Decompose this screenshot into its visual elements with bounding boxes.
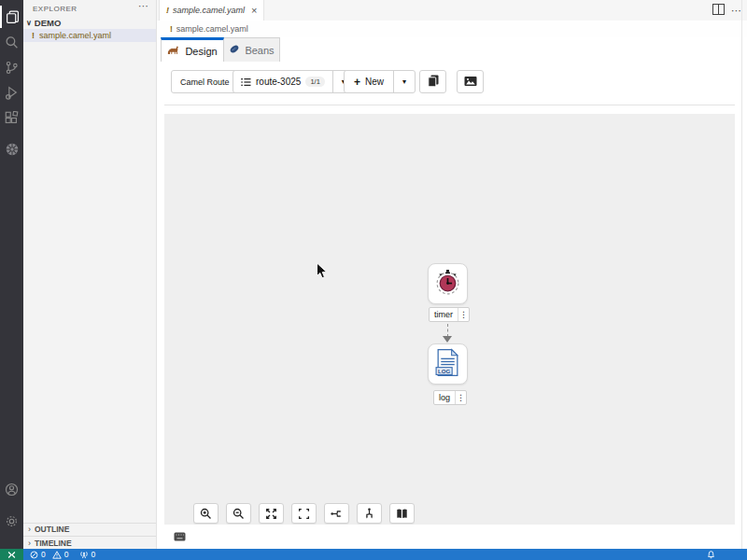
settings-gear-icon[interactable] (0, 510, 23, 532)
run-debug-icon[interactable] (0, 81, 23, 104)
plus-icon: + (354, 76, 360, 89)
copy-icon (428, 74, 439, 91)
problem-badge: ! (32, 31, 35, 40)
bean-icon (229, 44, 240, 56)
tab-beans-label: Beans (245, 45, 274, 56)
zoom-in-button[interactable] (193, 503, 218, 524)
extensions-icon[interactable] (0, 106, 23, 129)
copy-flow-button[interactable] (419, 70, 446, 93)
status-bar: 0 0 0 (0, 549, 747, 560)
file-name: sample.camel.yaml (39, 31, 111, 40)
errors-icon (30, 551, 38, 559)
kaoto-tab-strip: Design Beans (157, 37, 747, 62)
problem-badge: ! (170, 24, 173, 34)
timer-label-text: timer (430, 310, 458, 319)
reset-view-button[interactable] (291, 503, 317, 524)
horizontal-layout-button[interactable] (324, 503, 349, 524)
search-icon[interactable] (0, 31, 23, 53)
more-actions-icon[interactable]: ⋯ (731, 6, 741, 16)
node-log[interactable]: LOG (428, 343, 468, 385)
log-label-text: log (434, 393, 455, 402)
timer-kebab-menu-icon[interactable]: ⋮ (458, 310, 469, 319)
ports-status-item[interactable]: 0 (79, 550, 95, 559)
sidebar-header: EXPLORER ⋯ (23, 0, 156, 17)
new-button-caret[interactable]: ▾ (394, 71, 415, 92)
close-icon[interactable]: × (251, 6, 257, 16)
outline-section-header[interactable]: › OUTLINE (23, 523, 156, 535)
zoom-out-button[interactable] (226, 503, 251, 524)
route-selector[interactable]: route-3025 1/1 ▾ (233, 70, 355, 93)
log-kebab-menu-icon[interactable]: ⋮ (456, 393, 466, 402)
log-icon-text: LOG (438, 367, 451, 373)
breadcrumb[interactable]: ! sample.camel.yaml (157, 21, 747, 37)
kaoto-flow-canvas[interactable]: timer ⋮ LOG log ⋮ (164, 114, 735, 525)
camel-icon (167, 45, 180, 57)
node-timer[interactable] (428, 263, 468, 304)
folder-row-demo[interactable]: ∨ DEMO (23, 17, 156, 29)
tab-design[interactable]: Design (161, 37, 224, 62)
account-icon[interactable] (0, 478, 23, 500)
file-row-sample-camel-yaml[interactable]: ! sample.camel.yaml (23, 29, 156, 42)
dsl-type-label: Camel Route (180, 77, 230, 87)
vscode-window: EXPLORER ⋯ ∨ DEMO ! sample.camel.yaml › … (0, 0, 747, 560)
divider (164, 105, 735, 105)
folder-name: DEMO (35, 18, 62, 28)
warning-count: 0 (64, 550, 69, 559)
tab-beans[interactable]: Beans (224, 37, 280, 62)
breadcrumb-file-name: sample.camel.yaml (176, 24, 248, 34)
node-timer-label[interactable]: timer ⋮ (429, 307, 470, 322)
source-control-icon[interactable] (0, 56, 23, 78)
log-document-icon: LOG (435, 348, 460, 381)
split-editor-icon[interactable] (712, 4, 725, 17)
sidebar-more-icon[interactable]: ⋯ (138, 0, 148, 12)
tab-design-label: Design (185, 46, 217, 57)
image-icon (464, 74, 477, 91)
vertical-layout-button[interactable] (357, 503, 382, 524)
divider (741, 0, 742, 549)
dsl-type-button[interactable]: Camel Route (171, 70, 239, 93)
notifications-bell-icon[interactable] (707, 549, 715, 560)
node-log-label[interactable]: log ⋮ (433, 390, 467, 405)
problems-status-item[interactable]: 0 0 (30, 550, 68, 559)
edge-timer-to-log (447, 324, 448, 337)
problem-badge: ! (166, 6, 169, 15)
radio-tower-icon (79, 550, 89, 559)
remote-indicator[interactable] (0, 549, 23, 560)
route-name: route-3025 (256, 77, 301, 87)
export-image-button[interactable] (457, 70, 484, 93)
new-route-split-button[interactable]: + New ▾ (344, 70, 416, 93)
remote-icon (7, 551, 16, 559)
keyboard-badge-icon[interactable] (174, 528, 186, 545)
timeline-section-header[interactable]: › TIMELINE (23, 536, 156, 549)
timeline-label: TIMELINE (35, 539, 72, 548)
new-route-button[interactable]: + New (345, 71, 393, 92)
tab-sample-camel-yaml[interactable]: ! sample.camel.yaml × (159, 0, 264, 21)
activity-bar (0, 0, 23, 549)
tab-file-name: sample.camel.yaml (173, 6, 245, 15)
chevron-right-icon: › (28, 525, 31, 534)
editor-actions: ⋯ (712, 0, 741, 21)
route-selector-main[interactable]: route-3025 1/1 (233, 71, 332, 92)
editor-tab-bar: ! sample.camel.yaml × ⋯ (157, 0, 747, 21)
edge-arrowhead (443, 336, 452, 343)
chevron-right-icon: › (28, 539, 31, 548)
warnings-icon (52, 551, 62, 559)
sidebar-title: EXPLORER (33, 5, 78, 13)
ports-count: 0 (91, 550, 95, 559)
new-button-label: New (365, 77, 384, 87)
explorer-sidebar: EXPLORER ⋯ ∨ DEMO ! sample.camel.yaml › … (23, 0, 157, 549)
outline-label: OUTLINE (35, 525, 69, 534)
caret-down-icon: ▾ (402, 77, 406, 86)
route-count-badge: 1/1 (305, 77, 324, 87)
route-list-icon (241, 74, 251, 91)
error-count: 0 (41, 550, 46, 559)
fit-to-screen-button[interactable] (259, 503, 284, 524)
chevron-down-icon: ∨ (26, 19, 32, 27)
explorer-icon[interactable] (0, 6, 23, 28)
kubernetes-icon[interactable] (0, 138, 23, 161)
timer-stopwatch-icon (434, 269, 461, 300)
catalog-button[interactable] (389, 503, 415, 524)
canvas-controls (193, 503, 415, 524)
